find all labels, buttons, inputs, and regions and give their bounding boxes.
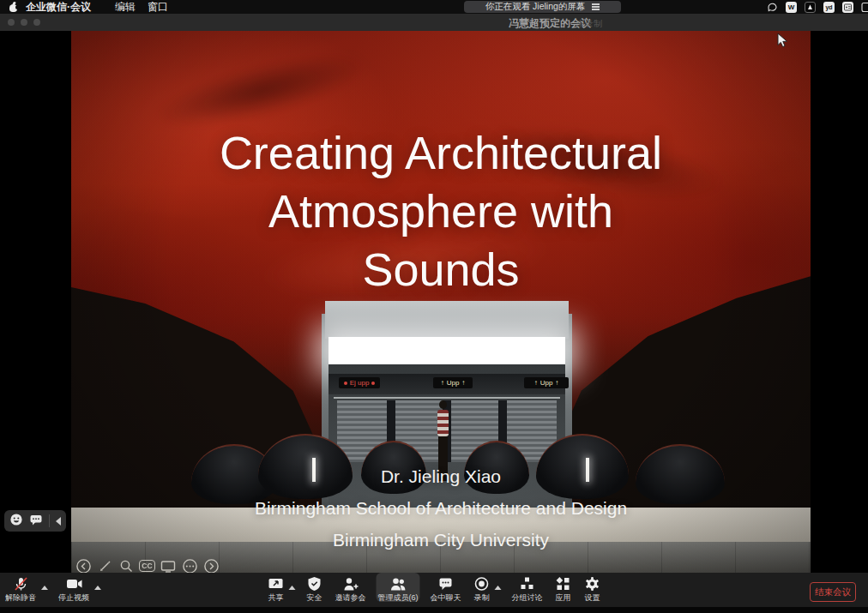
settings-button[interactable]: 设置 [582, 573, 603, 602]
breakout-squares-icon [519, 575, 536, 592]
record-options-caret[interactable] [495, 586, 502, 590]
camera-icon [65, 575, 83, 592]
mouse-cursor [777, 33, 789, 49]
chat-label: 会中聊天 [431, 593, 461, 602]
stop-video-button[interactable]: 停止视频 [57, 573, 91, 602]
reactions-floating-panel [4, 510, 66, 532]
security-button[interactable]: 安全 [304, 573, 325, 602]
unmute-label: 解除静音 [5, 593, 36, 602]
unmute-button[interactable]: 解除静音 [3, 573, 38, 602]
apple-menu-icon[interactable] [9, 3, 18, 12]
screen-share-status-text: 你正在观看 Jieling的屏幕 [485, 1, 586, 13]
shield-check-icon [306, 575, 323, 592]
chat-bubble-tray-icon[interactable] [767, 2, 778, 13]
pill-divider [49, 514, 50, 527]
slide-title-line1: Creating Architectural [71, 123, 811, 182]
clipped-tray-icon[interactable] [861, 2, 868, 13]
breakout-button[interactable]: 分组讨论 [510, 573, 545, 602]
menubar-app-name[interactable]: 企业微信·会议 [26, 1, 91, 13]
manage-members-button[interactable]: 管理成员(6) [377, 573, 420, 602]
slide-credits: Dr. Jieling Xiao Birmingham School of Ar… [71, 460, 811, 556]
hall-ceiling [325, 301, 569, 339]
credit-university: Birmingham City University [71, 524, 811, 556]
share-options-caret[interactable] [289, 586, 296, 590]
wechat-work-tray-icon[interactable]: W [786, 2, 797, 13]
pen-tool-icon[interactable] [96, 557, 113, 574]
credit-school: Birmingham School of Architecture and De… [71, 492, 811, 524]
menubar-window-menu[interactable]: 窗口 [148, 1, 168, 13]
credit-author: Dr. Jieling Xiao [71, 460, 811, 492]
stop-video-label: 停止视频 [58, 593, 89, 602]
previous-slide-button[interactable] [75, 557, 92, 574]
escalator-sign-upp-center: ↑Upp↑ [433, 377, 473, 388]
share-options-icon [592, 6, 600, 8]
slide-title-line2: Atmosphere with [71, 182, 811, 240]
macos-menubar: 企业微信·会议 编辑 窗口 你正在观看 Jieling的屏幕 W yd [0, 0, 868, 14]
mic-muted-icon [12, 575, 29, 592]
escalator-sign-ej-upp: Ej upp [339, 377, 380, 388]
emoji-reaction-icon[interactable] [9, 513, 23, 530]
security-label: 安全 [307, 593, 322, 602]
apps-button[interactable]: 应用 [553, 573, 574, 602]
share-screen-icon [268, 575, 285, 592]
present-fullscreen-icon[interactable] [160, 557, 177, 574]
person-plus-icon [341, 575, 359, 592]
video-options-caret[interactable] [94, 586, 101, 590]
hall-light-bar [329, 337, 565, 364]
invite-button[interactable]: 邀请参会 [334, 573, 368, 602]
screen-share-status-pill[interactable]: 你正在观看 Jieling的屏幕 [464, 1, 621, 13]
invite-label: 邀请参会 [335, 593, 366, 602]
window-zoom-button[interactable] [33, 19, 40, 26]
window-minimize-button[interactable] [21, 19, 27, 26]
apps-grid-icon [555, 575, 572, 592]
yd-app-tray-icon[interactable]: yd [823, 2, 835, 13]
mic-options-caret[interactable] [41, 586, 48, 590]
record-icon [473, 575, 491, 592]
more-options-button[interactable] [181, 557, 198, 574]
record-button[interactable]: 录制 [472, 573, 492, 602]
slide-title: Creating Architectural Atmosphere with S… [71, 123, 811, 298]
captions-button[interactable]: CC [139, 560, 155, 572]
next-slide-button[interactable] [202, 557, 220, 574]
settings-label: 设置 [585, 593, 600, 602]
collapse-panel-icon[interactable] [56, 517, 61, 526]
slide-title-line3: Sounds [71, 240, 811, 298]
window-titlebar: 冯慧超预定的会议 未录制 [0, 14, 868, 31]
presenter-toolbar: CC [75, 557, 220, 574]
cards-app-tray-icon[interactable] [842, 2, 853, 13]
chat-button[interactable]: 会中聊天 [429, 573, 463, 602]
meeting-toolbar: 解除静音 停止视频 共享 安全 [0, 573, 868, 613]
end-meeting-button[interactable]: 结束会议 [810, 582, 856, 602]
share-button[interactable]: 共享 [266, 573, 286, 602]
menubar-tray: W yd [767, 1, 868, 13]
breakout-label: 分组讨论 [512, 593, 543, 602]
meeting-status: 未录制 [576, 18, 602, 30]
zoom-tool-icon[interactable] [118, 557, 135, 574]
chat-quick-icon[interactable] [29, 513, 43, 530]
dark-app-tray-icon[interactable] [805, 2, 816, 13]
shared-screen-slide: Ej upp ↑Upp↑ ↑Upp↑ Creating Architectura… [71, 31, 811, 576]
escalator-sign-upp-right: ↑Upp↑ [524, 377, 569, 388]
chat-bubble-icon [437, 575, 455, 592]
apps-label: 应用 [556, 593, 571, 602]
people-icon [389, 575, 407, 592]
manage-members-label: 管理成员(6) [378, 593, 419, 602]
record-label: 录制 [474, 593, 490, 602]
window-close-button[interactable] [8, 19, 15, 26]
hall-light-tube [334, 397, 560, 399]
menubar-edit-menu[interactable]: 编辑 [115, 1, 136, 13]
share-label: 共享 [268, 593, 284, 602]
gear-icon [584, 575, 601, 592]
